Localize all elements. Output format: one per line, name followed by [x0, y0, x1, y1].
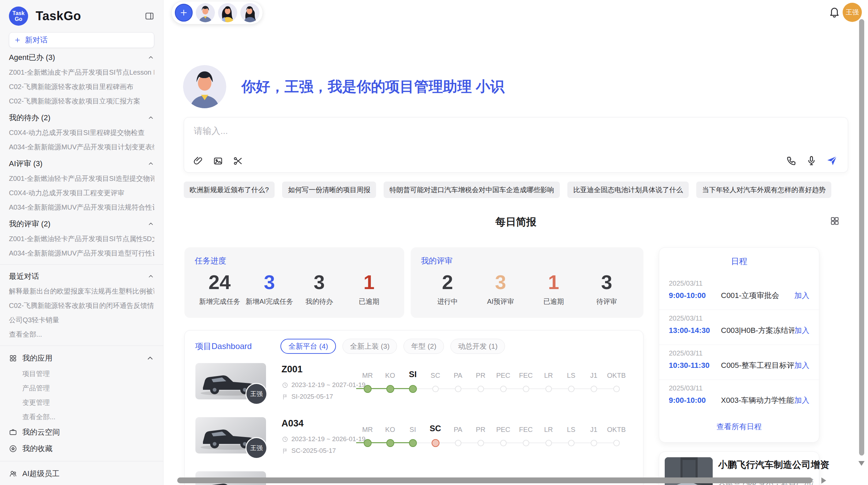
sidebar-item-cloud-space[interactable]: 我的云空间: [9, 424, 154, 440]
milestone-dot: [432, 386, 439, 392]
sidebar-section-header[interactable]: 我的评审 (2): [9, 216, 154, 232]
dashboard-tab[interactable]: 动总开发 (1): [450, 339, 505, 354]
scroll-right-arrow-icon[interactable]: [821, 477, 826, 484]
sidebar-task-item[interactable]: A034-全新新能源MUV产品开发项目造型可行性评审: [9, 246, 154, 260]
project-flag-date: SC-2025-05-17: [282, 447, 336, 455]
sidebar-task-item[interactable]: C02-飞腾新能源轻客改款项目里程碑画布: [9, 79, 154, 94]
clock-icon: [282, 382, 288, 388]
join-meeting-link[interactable]: 加入: [794, 290, 809, 301]
apps-grid-icon: [9, 354, 17, 362]
favorite-icon: [9, 445, 17, 453]
recent-chat-item[interactable]: 公司Q3轻卡销量: [9, 313, 154, 327]
horizontal-scrollbar-thumb[interactable]: [177, 477, 812, 483]
member-avatar[interactable]: [240, 3, 260, 22]
sidebar-section-title: 我的评审 (2): [9, 219, 50, 229]
sidebar-section-title: 我的待办 (2): [9, 113, 50, 123]
sidebar-section-header[interactable]: AI评审 (3): [9, 156, 154, 171]
scissors-icon[interactable]: [233, 156, 243, 166]
suggestion-chip[interactable]: 当下年轻人对汽车外观有怎样的喜好趋势: [696, 182, 831, 198]
stat-label: 进行中: [421, 297, 474, 306]
sidebar-task-item[interactable]: C0X4-动力总成开发项目SI里程碑提交物检查: [9, 125, 154, 140]
schedule-date: 2025/03/11: [669, 310, 809, 322]
milestone-label: OKTB: [605, 426, 628, 434]
chat-input-card: [184, 117, 848, 173]
view-all-apps-link[interactable]: 查看全部...: [9, 410, 154, 424]
suggestion-chip[interactable]: 特朗普可能对进口汽车增税会对中国车企造成哪些影响: [384, 182, 560, 198]
sidebar-task-item[interactable]: Z001-全新燃油轻卡产品开发项目SI节点属性5D文件评审: [9, 232, 154, 246]
project-dates: 2023-12-19 ~ 2027-01-19: [282, 381, 365, 389]
sidebar-item-favorite[interactable]: 我的收藏: [9, 440, 154, 457]
milestone-dot: [500, 440, 507, 446]
sidebar-task-item[interactable]: Z001-全新燃油轻卡产品开发项目SI造型提交物评审: [9, 171, 154, 186]
image-icon[interactable]: [213, 156, 223, 166]
milestone-label: PEC: [492, 426, 515, 434]
sidebar-item-ai-staff[interactable]: AI超级员工: [9, 465, 154, 482]
project-list: 王强Z0012023-12-19 ~ 2027-01-19SI-2025-05-…: [185, 354, 643, 483]
suggestion-chip[interactable]: 如何写一份清晰的项目周报: [282, 182, 376, 198]
layout-grid-icon[interactable]: [830, 216, 840, 226]
microphone-icon[interactable]: [806, 155, 817, 166]
add-conversation-button[interactable]: [175, 4, 193, 22]
milestone-dot: [591, 440, 597, 446]
vertical-scrollbar-thumb[interactable]: [859, 19, 864, 456]
chevron-up-icon: [147, 54, 154, 61]
milestone-label: KO: [379, 372, 401, 380]
stat-label: 已逾期: [344, 297, 394, 306]
dashboard-tab[interactable]: 全新平台 (4): [280, 339, 336, 354]
sidebar-task-item[interactable]: C02-飞腾新能源轻客改款项目立项汇报方案: [9, 94, 154, 108]
phone-icon[interactable]: [786, 155, 797, 166]
chat-input[interactable]: [193, 124, 674, 147]
sidebar-task-item[interactable]: Z001-全新燃油皮卡产品开发项目SI节点Lesson Learn报告: [9, 65, 154, 79]
schedule-title: 日程: [659, 256, 819, 267]
sidebar-item-write[interactable]: 帮我写作: [9, 482, 154, 485]
milestone-label: PR: [469, 426, 492, 434]
stats-card-title: 任务进度: [195, 256, 394, 266]
sidebar-task-item[interactable]: A034-全新新能源MUV产品开发项目计划变更表编写: [9, 140, 154, 154]
milestone-label: PR: [469, 372, 492, 380]
dashboard-tab[interactable]: 年型 (2): [403, 339, 444, 354]
schedule-item: 2025/03/119:00-10:00C001-立项审批会加入: [659, 275, 819, 310]
new-chat-button[interactable]: 新对话: [9, 32, 154, 48]
milestone-label: FEC: [515, 372, 537, 380]
suggestion-chip[interactable]: 比亚迪全固态电池计划具体说了什么: [567, 182, 689, 198]
recent-chat-item[interactable]: C02-飞腾新能源轻客改款项目的闭环通告反馈情况: [9, 298, 154, 313]
app-sub-item[interactable]: 项目管理: [9, 366, 154, 381]
user-avatar[interactable]: 王强: [843, 3, 862, 22]
sidebar-item-my-apps[interactable]: 我的应用: [9, 350, 154, 366]
plus-icon: [14, 37, 21, 43]
dashboard-tab[interactable]: 全新上装 (3): [342, 339, 397, 354]
sidebar-task-item[interactable]: C0X4-动力总成开发项目工程变更评审: [9, 186, 154, 200]
sidebar-recent-section: 最近对话解释最新出台的欧盟报废车法规再生塑料比例被调至15%...C02-飞腾新…: [9, 269, 154, 341]
send-icon[interactable]: [826, 154, 838, 167]
cloud-space-icon: [9, 428, 17, 436]
app-window: Task Go TaskGo 新对话 Agent已办 (3)Z001-全新燃油皮…: [0, 0, 868, 485]
sidebar-section-header[interactable]: 我的待办 (2): [9, 110, 154, 125]
view-all-chats-link[interactable]: 查看全部...: [9, 327, 154, 341]
suggestion-chip[interactable]: 欧洲新规最近颁布了什么?: [184, 182, 275, 198]
sidebar-section-title: Agent已办 (3): [9, 52, 55, 63]
project-row: 王强Z0012023-12-19 ~ 2027-01-19SI-2025-05-…: [185, 354, 643, 408]
notification-bell-icon[interactable]: [828, 5, 841, 18]
join-meeting-link[interactable]: 加入: [794, 395, 809, 406]
view-all-schedule-link[interactable]: 查看所有日程: [659, 422, 819, 432]
sidebar-section-header[interactable]: Agent已办 (3): [9, 50, 154, 65]
app-sub-item[interactable]: 产品管理: [9, 381, 154, 395]
join-meeting-link[interactable]: 加入: [794, 360, 809, 371]
stats-row: 任务进度24新增完成任务3新增AI完成任务3我的待办1已逾期我的评审2进行中3A…: [184, 247, 643, 318]
clock-icon: [282, 436, 288, 443]
input-action-tools: [786, 154, 838, 167]
recent-chat-item[interactable]: 解释最新出台的欧盟报废车法规再生塑料比例被调至15%...: [9, 284, 154, 298]
sidebar-collapse-icon[interactable]: [145, 11, 154, 21]
briefing-left-column: 任务进度24新增完成任务3新增AI完成任务3我的待办1已逾期我的评审2进行中3A…: [184, 247, 643, 485]
milestone-label: PA: [447, 426, 469, 434]
paperclip-icon[interactable]: [193, 156, 203, 166]
stat-value: 3: [474, 271, 527, 294]
daily-brief-header: 每日简报: [184, 215, 848, 229]
app-sub-item[interactable]: 变更管理: [9, 395, 154, 410]
scroll-down-arrow-icon[interactable]: [858, 461, 865, 466]
join-meeting-link[interactable]: 加入: [794, 325, 809, 336]
sidebar-task-item[interactable]: A034-全新新能源MUV产品开发项目法规符合性评审: [9, 200, 154, 214]
member-avatar[interactable]: [218, 3, 237, 22]
sidebar-recent-header[interactable]: 最近对话: [9, 269, 154, 284]
member-avatar[interactable]: [196, 3, 215, 22]
